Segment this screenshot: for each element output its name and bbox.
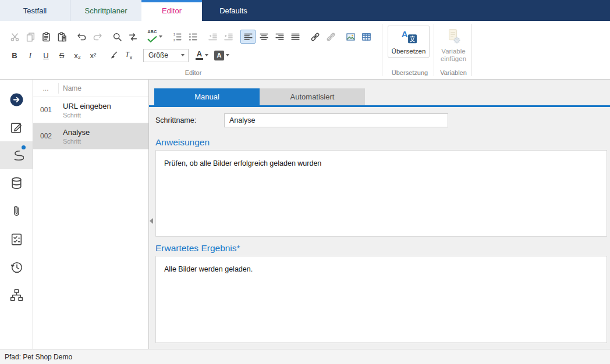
sidebar-item-history[interactable] xyxy=(0,253,33,281)
sidebar-item-structure[interactable] xyxy=(0,281,33,309)
paperclip-icon xyxy=(9,204,24,219)
hierarchy-icon xyxy=(9,288,24,302)
strikethrough-button[interactable]: S xyxy=(54,48,69,62)
step-row-002[interactable]: 002 Analyse Schritt xyxy=(33,123,148,149)
notification-dot xyxy=(22,145,26,149)
italic-button[interactable]: I xyxy=(23,48,38,62)
font-color-swatch xyxy=(196,58,203,60)
sidebar-item-steps[interactable] xyxy=(0,141,33,169)
sidebar-item-data[interactable] xyxy=(0,169,33,197)
ribbon: ABC 12 B I U S x₂ x² xyxy=(0,21,610,80)
tab-underline xyxy=(149,105,610,107)
variable-icon xyxy=(445,28,462,45)
bold-button[interactable]: B xyxy=(7,48,22,62)
tab-automatisiert[interactable]: Automatisiert xyxy=(260,88,365,105)
step-row-001[interactable]: 001 URL eingeben Schritt xyxy=(33,97,148,123)
background-color-button[interactable]: A xyxy=(212,48,232,62)
tab-defaults[interactable]: Defaults xyxy=(202,0,265,21)
copy-icon[interactable] xyxy=(23,30,38,44)
increase-indent-icon[interactable] xyxy=(221,30,236,44)
step-name: Analyse xyxy=(63,128,90,137)
chevron-down-icon xyxy=(159,35,162,38)
svg-text:1: 1 xyxy=(173,32,175,35)
tab-manual[interactable]: Manual xyxy=(154,88,260,105)
subscript-button[interactable]: x₂ xyxy=(70,48,85,62)
step-name-input[interactable] xyxy=(224,113,448,127)
insert-variable-button[interactable]: Variableeinfügen xyxy=(437,26,470,65)
ribbon-group-label-uebersetzung: Übersetzung xyxy=(385,69,434,76)
chevron-down-icon xyxy=(226,54,229,56)
align-center-icon[interactable] xyxy=(256,30,271,44)
undo-icon[interactable] xyxy=(74,30,89,44)
left-sidebar xyxy=(0,80,33,349)
remove-link-icon[interactable] xyxy=(323,30,338,44)
translate-icon: A xyxy=(400,28,417,45)
clear-format-button[interactable]: Tx xyxy=(121,48,136,62)
sidebar-item-navigate[interactable] xyxy=(0,85,33,113)
tab-schrittplaner[interactable]: Schrittplaner xyxy=(70,0,141,21)
sidebar-item-attachments[interactable] xyxy=(0,197,33,225)
align-left-icon[interactable] xyxy=(240,30,256,44)
step-type: Schritt xyxy=(63,138,90,145)
paste-icon[interactable] xyxy=(38,30,54,44)
step-editor-panel: Manual Automatisiert Schrittname: Anweis… xyxy=(149,80,610,349)
database-icon xyxy=(9,176,24,191)
column-header-index: ... xyxy=(33,83,59,94)
step-name: URL eingeben xyxy=(63,102,111,110)
instructions-textarea[interactable]: Prüfen, ob alle Bilder erfolgreich gelad… xyxy=(155,150,607,237)
insert-link-icon[interactable] xyxy=(307,30,322,44)
underline-button[interactable]: U xyxy=(38,48,54,62)
cut-icon[interactable] xyxy=(7,30,22,44)
ribbon-separator xyxy=(434,24,434,76)
numbered-list-icon[interactable]: 12 xyxy=(169,30,185,44)
step-list-panel: ... Name 001 URL eingeben Schritt 002 An… xyxy=(33,80,149,349)
insert-table-icon[interactable] xyxy=(359,30,374,44)
step-number: 002 xyxy=(33,132,59,140)
search-icon[interactable] xyxy=(109,30,125,44)
spellcheck-letters: ABC xyxy=(147,30,157,34)
ribbon-separator xyxy=(471,24,472,76)
font-color-button[interactable]: A xyxy=(193,48,211,62)
status-bar: Pfad: Pet Shop Demo xyxy=(0,349,610,364)
steps-flow-icon xyxy=(9,148,24,163)
justify-icon[interactable] xyxy=(288,30,303,44)
edit-icon xyxy=(9,120,24,135)
font-size-dropdown[interactable]: Größe xyxy=(143,49,189,62)
align-right-icon[interactable] xyxy=(272,30,287,44)
app-tab-bar: Testfall Schrittplaner Editor Defaults xyxy=(0,0,610,21)
expected-result-heading: Erwartetes Ergebnis* xyxy=(155,243,240,254)
svg-text:2: 2 xyxy=(173,38,175,41)
bullet-list-icon[interactable] xyxy=(185,30,200,44)
sidebar-item-checklist[interactable] xyxy=(0,225,33,253)
application-window: Testfall Schrittplaner Editor Defaults A… xyxy=(0,0,610,364)
checklist-icon xyxy=(9,232,24,247)
status-path: Pfad: Pet Shop Demo xyxy=(5,353,72,361)
decrease-indent-icon[interactable] xyxy=(205,30,220,44)
column-header-name: Name xyxy=(59,84,81,92)
chevron-down-icon xyxy=(205,54,208,56)
expected-result-textarea[interactable]: Alle Bilder werden geladen. xyxy=(155,256,607,343)
ribbon-group-label-editor: Editor xyxy=(7,69,380,76)
history-icon xyxy=(9,260,24,274)
tab-editor[interactable]: Editor xyxy=(141,0,202,21)
redo-icon[interactable] xyxy=(90,30,105,44)
ribbon-group-label-variablen: Variablen xyxy=(435,69,472,76)
editor-mode-tabs: Manual Automatisiert xyxy=(154,88,365,105)
paste-text-icon[interactable] xyxy=(54,30,69,44)
superscript-button[interactable]: x² xyxy=(86,48,101,62)
instructions-heading: Anweisungen xyxy=(155,137,210,148)
step-number: 001 xyxy=(33,106,59,114)
svg-text:A: A xyxy=(402,29,408,39)
replace-icon[interactable] xyxy=(125,30,140,44)
ribbon-separator xyxy=(382,24,382,76)
tab-testfall[interactable]: Testfall xyxy=(0,0,70,21)
chevron-down-icon xyxy=(181,54,185,56)
font-size-dropdown-label: Größe xyxy=(148,51,168,59)
format-painter-icon[interactable] xyxy=(105,48,120,62)
spellcheck-icon[interactable]: ABC xyxy=(145,30,165,44)
sidebar-item-edit[interactable] xyxy=(0,113,33,141)
collapse-panel-arrow-icon[interactable] xyxy=(150,218,153,224)
translate-button[interactable]: A Übersetzen xyxy=(388,26,430,58)
navigate-icon xyxy=(9,92,24,107)
insert-image-icon[interactable] xyxy=(343,30,358,44)
